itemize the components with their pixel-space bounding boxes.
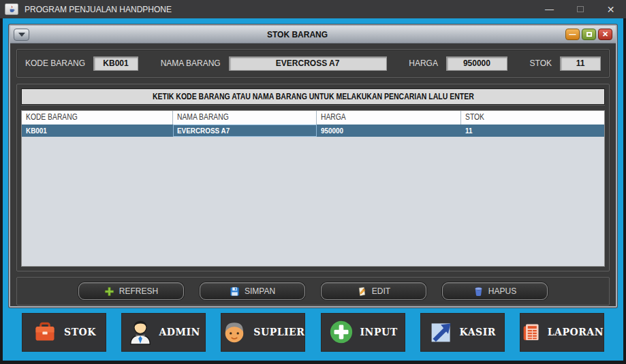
frame-maximize-button[interactable] [582, 29, 596, 40]
window-maximize-button[interactable] [565, 0, 595, 18]
frame-body: KODE BARANG NAMA BARANG HARGA STOK [10, 44, 616, 306]
harga-field-group: HARGA [409, 56, 507, 71]
nav-input-label: INPUT [360, 327, 398, 337]
column-header-nama-barang[interactable]: NAMA BARANG [173, 111, 316, 125]
plus-circle-icon [328, 319, 354, 345]
app-window: PROGRAM PENJUALAN HANDPHONE — ✕ STOK BAR… [0, 0, 626, 364]
window-controls: — ✕ [534, 0, 626, 18]
app-content-area: STOK BARANG — ✕ KODE BARANG NAMA BARANG [0, 18, 626, 364]
nav-laporan-button[interactable]: LAPORAN [520, 313, 604, 352]
nama-barang-label: NAMA BARANG [161, 59, 221, 68]
plus-icon [104, 286, 114, 297]
actions-panel: REFRESH SIMPAN [16, 277, 610, 305]
briefcase-icon [32, 320, 58, 344]
kode-barang-field-group: KODE BARANG [25, 56, 138, 71]
stok-barang-frame: STOK BARANG — ✕ KODE BARANG NAMA BARANG [9, 24, 617, 308]
refresh-button-label: REFRESH [119, 286, 158, 296]
nama-barang-field-group: NAMA BARANG [161, 56, 387, 71]
java-app-icon [5, 3, 18, 15]
frame-titlebar: STOK BARANG — ✕ [10, 26, 616, 44]
bottom-nav-bar: STOK ADMIN [9, 308, 617, 361]
save-floppy-icon [230, 286, 240, 297]
cell-stok[interactable]: 11 [461, 125, 604, 137]
admin-person-icon [127, 319, 153, 345]
table-panel: KETIK KODE BARANG ATAU NAMA BARANG UNTUK… [16, 84, 610, 271]
search-field[interactable]: KETIK KODE BARANG ATAU NAMA BARANG UNTUK… [21, 88, 605, 105]
window-title: PROGRAM PENJUALAN HANDPHONE [25, 5, 534, 14]
trash-icon [473, 286, 484, 297]
report-icon [520, 319, 542, 345]
items-table: KODE BARANG NAMA BARANG HARGA STOK KB001… [21, 110, 605, 267]
frame-minimize-button[interactable]: — [565, 29, 580, 40]
simpan-button-label: SIMPAN [245, 286, 275, 296]
nav-suplier-label: SUPLIER [253, 327, 304, 337]
nav-kasir-button[interactable]: KASIR [420, 313, 505, 352]
table-row-selected[interactable]: KB001 EVERCROSS A7 950000 11 [22, 125, 604, 137]
column-header-stok[interactable]: STOK [461, 111, 604, 125]
frame-menu-button[interactable] [14, 29, 29, 41]
refresh-button[interactable]: REFRESH [78, 282, 184, 300]
hapus-button-label: HAPUS [488, 286, 516, 296]
nav-laporan-label: LAPORAN [548, 327, 604, 337]
cell-harga[interactable]: 950000 [317, 125, 461, 137]
chevron-down-icon [18, 33, 25, 37]
edit-pencil-icon [357, 286, 367, 297]
nav-kasir-label: KASIR [460, 327, 496, 337]
window-minimize-button[interactable]: — [534, 0, 565, 18]
stok-field-group: STOK [530, 56, 601, 71]
stok-label: STOK [530, 59, 552, 68]
simpan-button[interactable]: SIMPAN [200, 282, 305, 300]
column-header-harga[interactable]: HARGA [317, 111, 461, 125]
kode-barang-input[interactable] [93, 56, 138, 71]
column-header-kode-barang[interactable]: KODE BARANG [22, 111, 173, 125]
edit-button-label: EDIT [372, 286, 390, 296]
cell-kode-barang[interactable]: KB001 [22, 125, 173, 137]
supplier-person-icon [221, 319, 247, 345]
coffee-cup-icon [7, 5, 16, 14]
nav-stok-label: STOK [64, 327, 96, 337]
frame-close-button[interactable]: ✕ [598, 29, 612, 40]
nav-suplier-button[interactable]: SUPLIER [221, 313, 305, 352]
arrow-square-icon [429, 320, 454, 344]
edit-button[interactable]: EDIT [321, 282, 426, 300]
nama-barang-input[interactable] [229, 56, 387, 71]
harga-label: HARGA [409, 59, 438, 68]
harga-input[interactable] [446, 56, 507, 71]
nav-admin-label: ADMIN [159, 327, 200, 337]
frame-title: STOK BARANG [29, 30, 565, 39]
nav-stok-button[interactable]: STOK [22, 313, 106, 352]
search-hint-text: KETIK KODE BARANG ATAU NAMA BARANG UNTUK… [153, 92, 474, 101]
cell-nama-barang[interactable]: EVERCROSS A7 [173, 125, 316, 137]
table-header-row: KODE BARANG NAMA BARANG HARGA STOK [22, 111, 604, 125]
nav-admin-button[interactable]: ADMIN [121, 313, 206, 352]
window-close-button[interactable]: ✕ [595, 0, 626, 18]
frame-controls: — ✕ [565, 29, 612, 40]
hapus-button[interactable]: HAPUS [442, 282, 548, 300]
item-form-panel: KODE BARANG NAMA BARANG HARGA STOK [16, 49, 610, 78]
os-titlebar: PROGRAM PENJUALAN HANDPHONE — ✕ [0, 0, 626, 18]
kode-barang-label: KODE BARANG [25, 59, 85, 68]
nav-input-button[interactable]: INPUT [321, 313, 405, 352]
stok-input[interactable] [560, 56, 601, 71]
maximize-square-icon [586, 32, 592, 37]
maximize-square-icon [577, 6, 584, 12]
